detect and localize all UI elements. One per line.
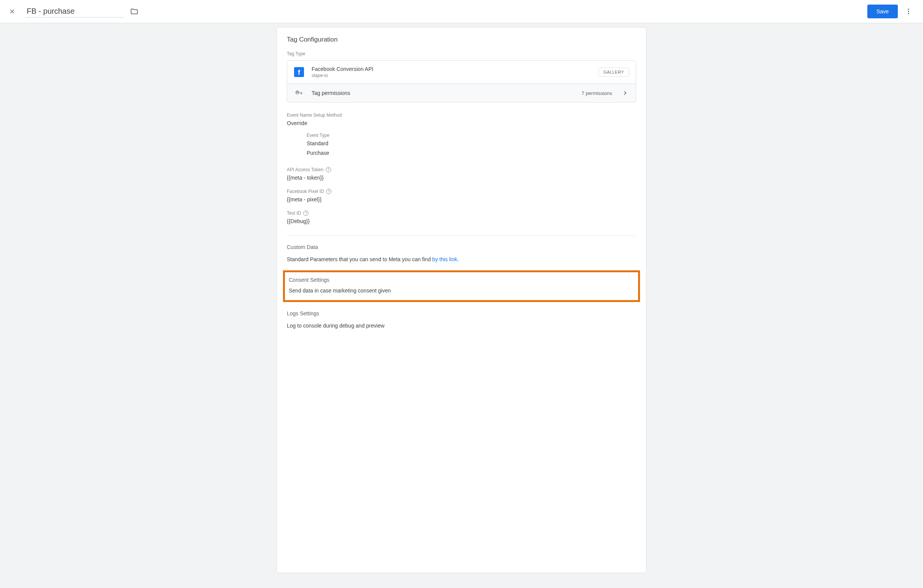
help-icon[interactable]: ?: [326, 189, 332, 194]
key-icon: [294, 89, 304, 97]
tag-type-box: f Facebook Conversion API stape-io GALLE…: [287, 60, 636, 103]
tag-permissions-row[interactable]: Tag permissions 7 permissions: [287, 84, 636, 102]
help-icon[interactable]: ?: [326, 167, 331, 172]
logs-text: Log to console during debug and preview: [287, 322, 636, 330]
divider: [287, 235, 636, 236]
pixel-id-group: Facebook Pixel ID ? {{meta - pixel}}: [277, 189, 646, 204]
tag-type-provider: stape-io: [312, 73, 591, 78]
pixel-id-label: Facebook Pixel ID: [287, 189, 324, 194]
tag-type-name: Facebook Conversion API: [312, 66, 591, 72]
consent-settings-highlight: Consent Settings Send data in case marke…: [283, 270, 640, 302]
page-body: Tag Configuration Tag Type f Facebook Co…: [0, 23, 923, 588]
custom-data-text: Standard Parameters that you can send to…: [287, 256, 636, 263]
logs-heading: Logs Settings: [287, 310, 636, 317]
custom-data-link[interactable]: by this link: [432, 256, 457, 262]
svg-point-0: [908, 9, 909, 10]
svg-point-1: [908, 11, 909, 12]
permissions-count: 7 permissions: [581, 90, 612, 96]
custom-data-section: Custom Data Standard Parameters that you…: [277, 244, 646, 263]
svg-point-2: [908, 13, 909, 14]
test-id-label: Test ID: [287, 210, 301, 216]
card-title: Tag Configuration: [277, 28, 646, 49]
test-id-group: Test ID ? {{Debug}}: [277, 210, 646, 225]
close-button[interactable]: [8, 7, 17, 16]
tag-configuration-card: Tag Configuration Tag Type f Facebook Co…: [276, 27, 647, 573]
facebook-icon: f: [294, 67, 304, 77]
page-header: Save: [0, 0, 923, 23]
consent-text: Send data in case marketing consent give…: [289, 287, 634, 295]
permissions-label: Tag permissions: [312, 90, 574, 96]
event-method-value: Override: [287, 119, 636, 127]
close-icon: [9, 8, 16, 15]
custom-data-heading: Custom Data: [287, 244, 636, 250]
event-method-label: Event Name Setup Method: [287, 112, 636, 118]
tag-name-input[interactable]: [26, 5, 124, 18]
tag-type-row[interactable]: f Facebook Conversion API stape-io GALLE…: [287, 61, 636, 84]
help-icon[interactable]: ?: [303, 210, 309, 216]
custom-data-suffix: .: [457, 256, 459, 262]
more-menu-button[interactable]: [902, 5, 915, 18]
consent-heading: Consent Settings: [289, 277, 634, 283]
event-type-value: Standard: [307, 140, 636, 148]
api-token-label: API Access Token: [287, 167, 324, 172]
pixel-id-value: {{meta - pixel}}: [287, 195, 636, 204]
custom-data-prefix: Standard Parameters that you can send to…: [287, 256, 432, 262]
event-method-group: Event Name Setup Method Override Event T…: [277, 112, 646, 157]
api-token-value: {{meta - token}}: [287, 174, 636, 182]
chevron-right-icon: [621, 89, 629, 97]
folder-icon: [130, 7, 138, 16]
event-type-label: Event Type: [307, 133, 636, 138]
more-vert-icon: [905, 8, 912, 15]
tag-type-label: Tag Type: [277, 51, 646, 56]
test-id-value: {{Debug}}: [287, 217, 636, 225]
save-button[interactable]: Save: [867, 5, 898, 18]
event-name-value: Purchase: [307, 149, 636, 157]
api-token-group: API Access Token ? {{meta - token}}: [277, 167, 646, 182]
gallery-badge: GALLERY: [598, 67, 629, 77]
logs-section: Logs Settings Log to console during debu…: [277, 310, 646, 330]
folder-button[interactable]: [130, 7, 138, 16]
